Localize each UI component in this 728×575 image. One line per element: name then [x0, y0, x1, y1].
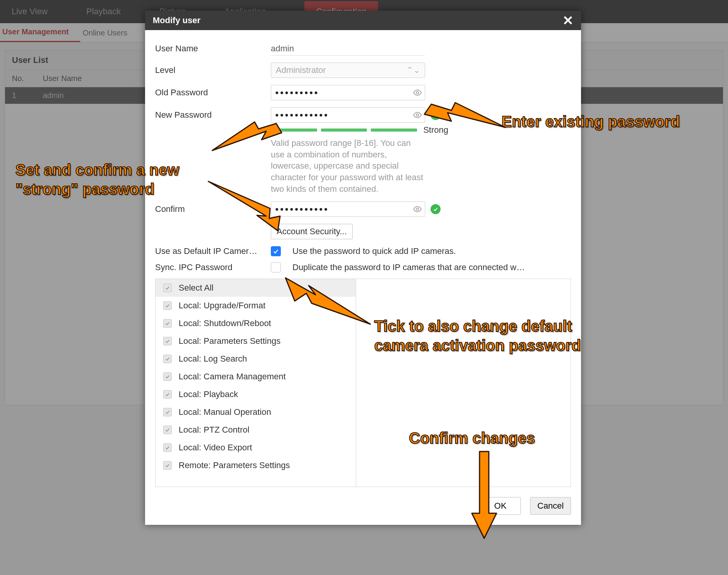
permission-label: Local: Video Export — [179, 443, 252, 453]
annotation-tick-default: Tick to also change default camera activ… — [374, 316, 581, 355]
permission-label: Local: PTZ Control — [179, 425, 249, 435]
permission-label: Local: Upgrade/Format — [179, 301, 265, 311]
default-ip-camera-desc: Use the password to quick add IP cameras… — [292, 246, 456, 256]
checkbox-icon[interactable] — [163, 355, 172, 363]
permission-label: Remote: Parameters Settings — [179, 460, 290, 470]
permissions-detail — [356, 279, 571, 487]
modal-body: User Name admin Level Administrator ⌃⌄ O… — [145, 30, 581, 487]
eye-icon[interactable] — [413, 110, 422, 120]
old-password-input[interactable]: ●●●●●●●●● — [271, 85, 425, 100]
chevron-down-icon: ⌃⌄ — [406, 65, 420, 75]
level-value: Administrator — [276, 65, 326, 75]
arrow-icon — [469, 452, 500, 542]
modal-title: Modify user — [153, 15, 200, 25]
confirm-password-input[interactable]: ●●●●●●●●●●● — [271, 201, 425, 217]
select-all-label: Select All — [179, 283, 214, 293]
sync-ipc-checkbox[interactable] — [271, 262, 281, 272]
sync-ipc-desc: Duplicate the password to IP cameras tha… — [292, 262, 525, 272]
value-username: admin — [271, 42, 425, 56]
permission-item[interactable]: Local: Camera Management — [155, 368, 356, 386]
arrow-icon — [208, 181, 285, 233]
permission-item[interactable]: Local: PTZ Control — [155, 421, 356, 439]
svg-point-1 — [416, 114, 419, 116]
annotation-enter-existing: Enter existing password — [502, 112, 680, 131]
label-default-ip-camera: Use as Default IP Camer… — [155, 246, 271, 256]
permission-label: Local: Manual Operation — [179, 407, 271, 417]
arrow-icon — [424, 93, 509, 133]
svg-point-2 — [416, 208, 419, 210]
close-icon[interactable]: ✕ — [562, 14, 573, 27]
checkbox-icon[interactable] — [163, 461, 172, 470]
label-sync-ipc: Sync. IPC Password — [155, 262, 271, 272]
eye-icon[interactable] — [413, 205, 422, 214]
permission-label: Local: Parameters Settings — [179, 336, 280, 346]
label-username: User Name — [155, 44, 271, 54]
label-old-password: Old Password — [155, 88, 271, 98]
checkbox-icon[interactable] — [163, 390, 172, 399]
permission-item[interactable]: Local: Log Search — [155, 350, 356, 368]
label-level: Level — [155, 65, 271, 75]
arrow-icon — [285, 278, 374, 337]
arrow-icon — [212, 116, 282, 152]
modify-user-modal: Modify user ✕ User Name admin Level Admi… — [145, 11, 581, 525]
checkbox-icon[interactable] — [163, 426, 172, 434]
permission-label: Local: Camera Management — [179, 372, 286, 382]
annotation-confirm-changes: Confirm changes — [409, 428, 535, 448]
strength-bar-2 — [321, 129, 367, 132]
permission-label: Local: Shutdown/Reboot — [179, 318, 271, 328]
checkbox-icon[interactable] — [163, 284, 172, 292]
level-select[interactable]: Administrator ⌃⌄ — [271, 63, 425, 78]
cancel-button[interactable]: Cancel — [530, 497, 571, 515]
strength-bar-3 — [371, 129, 417, 132]
password-strength-meter: Strong — [271, 125, 448, 135]
checkbox-icon[interactable] — [163, 337, 172, 345]
permission-item[interactable]: Local: Manual Operation — [155, 403, 356, 421]
default-ip-camera-checkbox[interactable] — [271, 246, 281, 256]
modal-footer: OK Cancel — [145, 487, 581, 525]
valid-check-icon — [431, 204, 441, 214]
permission-item[interactable]: Remote: Parameters Settings — [155, 457, 356, 474]
modal-titlebar: Modify user ✕ — [145, 11, 581, 30]
permission-item[interactable]: Local: Video Export — [155, 439, 356, 457]
permission-label: Local: Log Search — [179, 354, 247, 364]
annotation-set-confirm: Set and confirm a new "strong" password — [15, 160, 179, 199]
checkbox-icon[interactable] — [163, 408, 172, 416]
checkbox-icon[interactable] — [163, 301, 172, 310]
permission-item[interactable]: Local: Playback — [155, 386, 356, 403]
svg-point-0 — [416, 91, 419, 94]
checkbox-icon[interactable] — [163, 319, 172, 328]
checkbox-icon[interactable] — [163, 372, 172, 381]
eye-icon[interactable] — [413, 88, 422, 97]
password-hint: Valid password range [8-16]. You can use… — [271, 137, 425, 194]
new-password-input[interactable]: ●●●●●●●●●●● — [271, 107, 425, 123]
checkbox-icon[interactable] — [163, 443, 172, 452]
permission-label: Local: Playback — [179, 389, 238, 399]
